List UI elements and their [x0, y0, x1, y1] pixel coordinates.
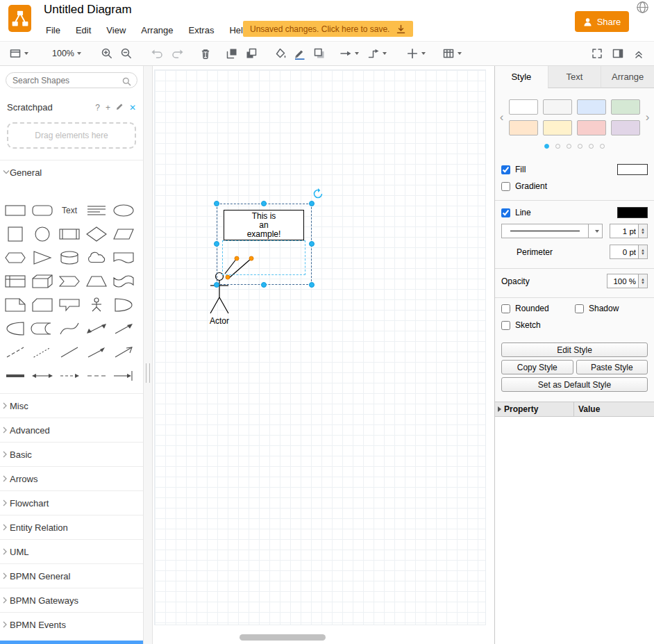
- shape-link[interactable]: [2, 364, 28, 387]
- shape-card[interactable]: [29, 293, 56, 316]
- resize-handle-s[interactable]: [261, 282, 267, 288]
- shape-tape[interactable]: [110, 270, 137, 292]
- unsaved-changes-banner[interactable]: Unsaved changes. Click here to save.: [243, 21, 413, 37]
- zoom-in-button[interactable]: [99, 44, 115, 63]
- shape-internal-storage[interactable]: [2, 270, 28, 292]
- delete-button[interactable]: [197, 44, 214, 63]
- shape-horizontal-bidirectional-arrow[interactable]: [29, 364, 56, 387]
- connection-style-button[interactable]: [337, 44, 361, 63]
- style-swatch[interactable]: [509, 99, 538, 115]
- diagram-canvas[interactable]: This is an example! Actor: [153, 66, 494, 644]
- shape-document[interactable]: [110, 246, 137, 269]
- zoom-select[interactable]: 100%: [50, 44, 83, 63]
- shape-bidirectional-arrow[interactable]: [83, 317, 110, 340]
- tab-style[interactable]: Style: [495, 66, 548, 88]
- pagination-dot[interactable]: [544, 144, 549, 149]
- collapse-toolbar-button[interactable]: [630, 44, 647, 63]
- shape-square[interactable]: [2, 222, 28, 245]
- sidebar-section-uml[interactable]: UML: [0, 539, 143, 563]
- to-back-button[interactable]: [243, 44, 260, 63]
- line-color-swatch[interactable]: [617, 207, 648, 218]
- edit-style-button[interactable]: Edit Style: [501, 342, 648, 357]
- to-front-button[interactable]: [224, 44, 240, 63]
- insert-button[interactable]: [404, 44, 428, 63]
- shape-circle[interactable]: [29, 222, 56, 245]
- shape-cube[interactable]: [29, 270, 56, 292]
- shape-and[interactable]: [2, 317, 28, 340]
- style-swatch[interactable]: [611, 120, 640, 135]
- menu-file[interactable]: File: [38, 22, 68, 38]
- document-title[interactable]: Untitled Diagram: [44, 3, 132, 17]
- shape-line[interactable]: [56, 340, 83, 363]
- shape-note[interactable]: [2, 293, 28, 316]
- resize-handle-nw[interactable]: [214, 201, 219, 206]
- redo-button[interactable]: [169, 44, 186, 63]
- scratchpad-help-icon[interactable]: ?: [95, 103, 100, 113]
- shape-rounded-rectangle[interactable]: [29, 199, 56, 222]
- splitter-grip[interactable]: [146, 363, 150, 383]
- pagination-dot[interactable]: [567, 144, 571, 149]
- shape-ellipse[interactable]: [110, 199, 137, 222]
- share-button[interactable]: Share: [575, 11, 629, 32]
- style-swatch[interactable]: [577, 99, 606, 115]
- table-button[interactable]: [440, 44, 464, 63]
- format-panel-toggle-button[interactable]: [610, 44, 626, 63]
- shape-or[interactable]: [110, 293, 137, 316]
- sketch-checkbox[interactable]: [501, 321, 510, 330]
- shape-textbox[interactable]: [83, 199, 110, 222]
- style-swatch[interactable]: [543, 120, 572, 135]
- shape-dotted-line[interactable]: [29, 340, 56, 363]
- shape-data-storage[interactable]: [29, 317, 56, 340]
- style-swatch[interactable]: [509, 120, 538, 135]
- resize-handle-se[interactable]: [309, 282, 315, 288]
- fullscreen-button[interactable]: [589, 44, 605, 63]
- shape-actor[interactable]: [83, 293, 110, 316]
- sidebar-section-bpmn-gateways[interactable]: BPMN Gateways: [0, 588, 143, 612]
- shape-parallelogram[interactable]: [110, 222, 137, 245]
- line-color-button[interactable]: [292, 44, 308, 63]
- resize-handle-sw[interactable]: [214, 282, 219, 288]
- value-column-header[interactable]: Value: [574, 402, 654, 416]
- pagination-dot[interactable]: [578, 144, 582, 149]
- selected-node[interactable]: This is an example!: [224, 210, 304, 240]
- perimeter-stepper[interactable]: ▲▼: [639, 245, 648, 259]
- presets-next-icon[interactable]: ›: [642, 110, 653, 125]
- shape-dashed-arrow[interactable]: [56, 364, 83, 387]
- app-logo-icon[interactable]: [8, 5, 31, 32]
- sidebar-section-general[interactable]: General: [0, 160, 143, 184]
- resize-handle-w[interactable]: [214, 241, 219, 247]
- resize-handle-ne[interactable]: [309, 201, 315, 206]
- shape-curve[interactable]: [56, 317, 83, 340]
- menu-arrange[interactable]: Arrange: [133, 22, 181, 38]
- style-swatch[interactable]: [611, 99, 640, 115]
- line-width-input[interactable]: [610, 224, 639, 238]
- shadow-checkbox[interactable]: [575, 304, 584, 313]
- sidebar-splitter[interactable]: [144, 66, 153, 644]
- shape-cylinder[interactable]: [56, 246, 83, 269]
- search-shapes-input[interactable]: [6, 72, 137, 88]
- gradient-checkbox[interactable]: [501, 182, 510, 191]
- sidebar-section-bpmn-events[interactable]: BPMN Events: [0, 612, 143, 636]
- sidebar-section-arrows[interactable]: Arrows: [0, 466, 143, 490]
- presets-prev-icon[interactable]: ‹: [496, 110, 507, 125]
- opacity-stepper[interactable]: ▲▼: [639, 274, 648, 288]
- waypoints-button[interactable]: [365, 44, 389, 63]
- shape-process[interactable]: [56, 222, 83, 245]
- menu-view[interactable]: View: [99, 22, 133, 38]
- style-swatch[interactable]: [543, 99, 572, 115]
- scratchpad-edit-icon[interactable]: [116, 103, 124, 113]
- sidebar-section-bpmn-general[interactable]: BPMN General: [0, 563, 143, 588]
- tab-arrange[interactable]: Arrange: [601, 66, 654, 88]
- shape-step[interactable]: [56, 270, 83, 292]
- rounded-checkbox[interactable]: [501, 304, 510, 313]
- shape-diamond[interactable]: [83, 222, 110, 245]
- actor-label[interactable]: Actor: [199, 316, 240, 326]
- horizontal-scrollbar-thumb[interactable]: [240, 634, 326, 641]
- property-column-header[interactable]: Property: [495, 402, 574, 416]
- scratchpad-drop-area[interactable]: Drag elements here: [7, 122, 136, 149]
- line-style-select[interactable]: [501, 224, 589, 238]
- pagination-dot[interactable]: [589, 144, 594, 149]
- copy-style-button[interactable]: Copy Style: [501, 360, 573, 374]
- set-default-style-button[interactable]: Set as Default Style: [501, 377, 648, 392]
- sidebar-section-entity-relation[interactable]: Entity Relation: [0, 515, 143, 539]
